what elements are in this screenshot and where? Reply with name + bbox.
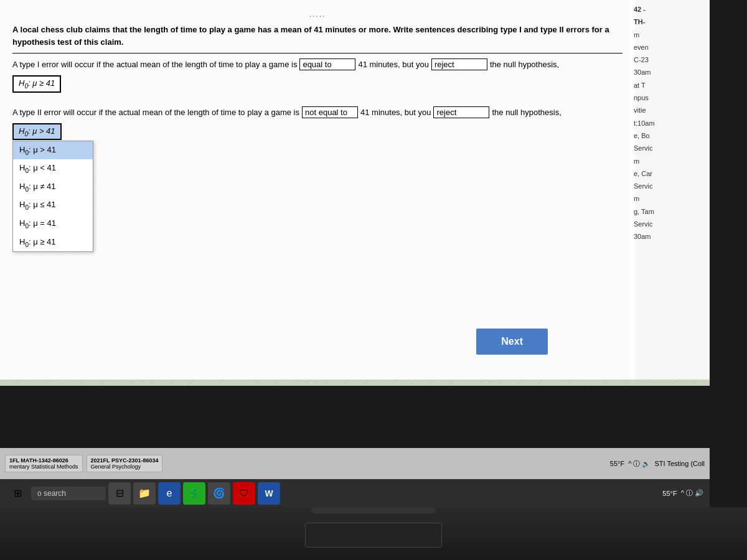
type2-row: A type II error will occur if the actual… xyxy=(12,106,622,118)
type1-dropdown2[interactable]: reject xyxy=(431,58,487,70)
word-button[interactable]: W xyxy=(258,482,280,505)
taskbar-item-math[interactable]: 1FL MATH-1342-86026 mentary Statistical … xyxy=(5,455,83,472)
taskbar-item-psyc[interactable]: 2021FL PSYC-2301-86034 General Psycholog… xyxy=(87,455,163,472)
sidebar-item-4: C-23 xyxy=(634,55,705,64)
type2-dropdown1[interactable]: not equal to xyxy=(302,106,358,118)
laptop-body xyxy=(0,507,747,560)
taskbar: 1FL MATH-1342-86026 mentary Statistical … xyxy=(0,448,710,479)
sidebar-item-0: 42 - xyxy=(634,5,705,14)
sidebar-item-17: Servic xyxy=(634,220,705,228)
sidebar-item-18: 30am xyxy=(634,232,705,241)
windows-taskbar-right: 55°F ^ ⓘ 🔊 xyxy=(662,488,703,498)
taskbar-item-psyc-line1: 2021FL PSYC-2301-86034 xyxy=(91,457,159,464)
laptop-touchpad[interactable] xyxy=(305,523,442,548)
win-time-icons: ^ ⓘ 🔊 xyxy=(681,488,703,498)
type1-end: the null hypothesis, xyxy=(490,60,559,69)
next-button[interactable]: Next xyxy=(476,329,548,355)
sidebar-item-3: even xyxy=(634,43,705,52)
dropdown-item-ne[interactable]: H0: μ ≠ 41 xyxy=(13,178,93,197)
edge-button[interactable]: e xyxy=(158,482,181,505)
scroll-dots: ..... xyxy=(12,10,622,19)
file-explorer-button[interactable]: 📁 xyxy=(133,482,156,505)
dropdown-item-lte[interactable]: H0: μ ≤ 41 xyxy=(13,196,93,215)
taskview-button[interactable]: ⊟ xyxy=(108,482,131,505)
sidebar-item-15: m xyxy=(634,194,705,203)
hypothesis-dropdown-menu[interactable]: H0: μ > 41 H0: μ < 41 H0: μ ≠ 41 H0: μ ≤… xyxy=(12,141,93,253)
right-sidebar: 42 - TH- m even C-23 30am at T npus viti… xyxy=(629,0,710,380)
sidebar-item-12: m xyxy=(634,157,705,166)
type1-row: A type I error will occur if the actual … xyxy=(12,58,622,70)
sidebar-item-2: m xyxy=(634,30,705,39)
type2-section: A type II error will occur if the actual… xyxy=(12,106,622,147)
dropdown-item-gte[interactable]: H0: μ ≥ 41 xyxy=(13,233,93,252)
type1-dropdown1[interactable]: equal to xyxy=(299,58,355,70)
taskbar-right: 55°F ^ ⓘ 🔈 STI Testing (Coll xyxy=(610,459,705,469)
start-button[interactable]: ⊞ xyxy=(6,482,29,505)
shield-button[interactable]: 🛡 xyxy=(233,482,255,505)
type1-middle: 41 minutes, but you xyxy=(358,60,428,69)
sidebar-item-13: e, Car xyxy=(634,169,705,178)
taskbar-icons: ^ ⓘ 🔈 xyxy=(628,459,651,469)
taskbar-item-math-line1: 1FL MATH-1342-86026 xyxy=(9,457,68,464)
type1-hypothesis[interactable]: H0: μ ≥ 41 xyxy=(12,75,61,93)
sidebar-item-6: at T xyxy=(634,81,705,90)
taskbar-item-psyc-line2: General Psychology xyxy=(91,464,141,470)
browser-button[interactable]: 🌀 xyxy=(208,482,230,505)
type2-middle: 41 minutes, but you xyxy=(360,108,431,117)
dollar-button[interactable]: 💲 xyxy=(183,482,205,505)
sidebar-item-9: t:10am xyxy=(634,119,705,128)
sidebar-item-5: 30am xyxy=(634,68,705,77)
type1-section: A type I error will occur if the actual … xyxy=(12,58,622,99)
type2-hypothesis-container: H0: μ > 41 H0: μ > 41 H0: μ < 41 H0: μ ≠… xyxy=(12,121,62,147)
windows-bar: ⊞ o search ⊟ 📁 e 💲 🌀 🛡 W 55°F ^ ⓘ 🔊 xyxy=(0,479,710,507)
win-temp: 55°F xyxy=(662,490,677,497)
main-content: ..... A local chess club claims that the… xyxy=(0,0,635,380)
search-text: o search xyxy=(37,489,66,498)
taskbar-item-math-line2: mentary Statistical Methods xyxy=(9,464,78,470)
sidebar-item-11: Servic xyxy=(634,144,705,152)
type2-end: the null hypothesis, xyxy=(492,108,561,117)
screen: ..... A local chess club claims that the… xyxy=(0,0,710,386)
sidebar-item-16: g, Tam xyxy=(634,207,705,216)
type2-dropdown2[interactable]: reject xyxy=(433,106,489,118)
sidebar-item-7: npus xyxy=(634,93,705,102)
sidebar-item-14: Servic xyxy=(634,182,705,190)
dropdown-item-gt[interactable]: H0: μ > 41 xyxy=(13,141,93,160)
sidebar-item-8: vitie xyxy=(634,106,705,114)
sidebar-item-1: TH- xyxy=(634,17,705,26)
type2-intro: A type II error will occur if the actual… xyxy=(12,108,299,117)
taskbar-temp: 55°F xyxy=(610,460,624,467)
question-text: A local chess club claims that the lengt… xyxy=(12,24,622,54)
search-bar[interactable]: o search xyxy=(31,487,106,500)
dropdown-item-lt[interactable]: H0: μ < 41 xyxy=(13,159,93,178)
dropdown-item-eq[interactable]: H0: μ = 41 xyxy=(13,215,93,233)
laptop-hinge xyxy=(311,507,436,513)
type1-intro: A type I error will occur if the actual … xyxy=(12,60,297,69)
sidebar-item-10: e, Bo xyxy=(634,131,705,140)
type2-hypothesis[interactable]: H0: μ > 41 xyxy=(12,123,62,141)
sti-testing: STI Testing (Coll xyxy=(655,460,705,467)
